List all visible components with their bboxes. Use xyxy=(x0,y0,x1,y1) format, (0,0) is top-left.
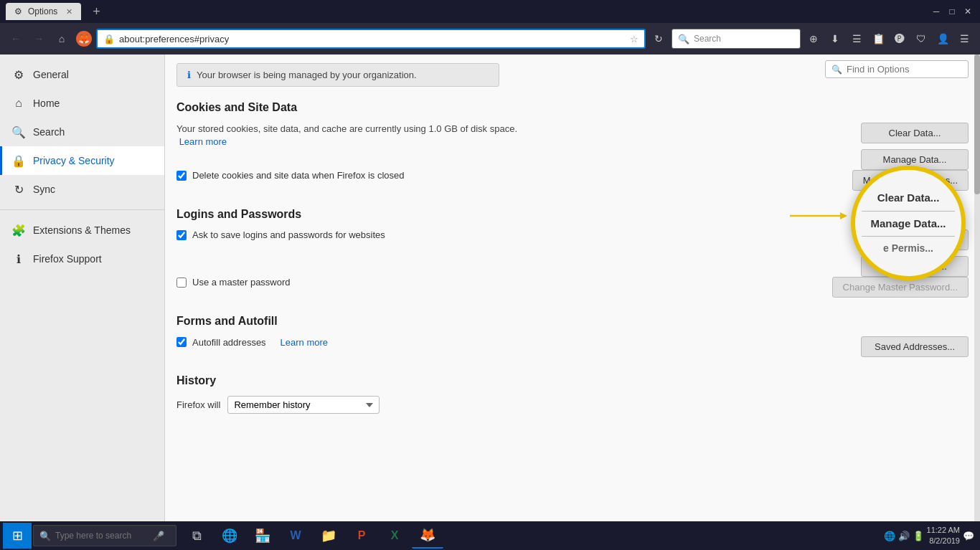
mic-icon: 🎤 xyxy=(153,531,164,541)
synced-tabs-icon-btn[interactable]: 📋 xyxy=(868,29,888,49)
home-button[interactable]: ⌂ xyxy=(52,29,72,49)
sidebar-label-support: Firefox Support xyxy=(33,253,102,265)
word-app[interactable]: W xyxy=(280,523,311,549)
find-icon: 🔍 xyxy=(831,65,842,75)
notification-icon[interactable]: 💬 xyxy=(963,531,974,541)
start-icon: ⊞ xyxy=(12,528,23,544)
taskbar-clock[interactable]: 11:22 AM 8/2/2019 xyxy=(927,525,960,547)
pocket-icon-btn[interactable]: 🅟 xyxy=(890,29,910,49)
url-text: about:preferences#privacy xyxy=(119,34,626,44)
maximize-button[interactable]: □ xyxy=(946,5,958,18)
managed-text: Your browser is being managed by your or… xyxy=(197,70,417,80)
bookmark-icon[interactable]: ☆ xyxy=(630,34,639,44)
sidebar-item-general[interactable]: ⚙ General xyxy=(0,60,164,89)
network-icon: 🌐 xyxy=(884,531,895,541)
account-icon-btn[interactable]: 👤 xyxy=(933,29,953,49)
sidebar-label-extensions: Extensions & Themes xyxy=(33,224,131,236)
search-icon: 🔍 xyxy=(678,34,689,44)
scrollbar-track[interactable] xyxy=(974,54,980,521)
sidebar-item-search[interactable]: 🔍 Search xyxy=(0,118,164,146)
logins-section: Logins and Passwords Ask to save logins … xyxy=(176,208,969,298)
clear-data-button[interactable]: Clear Data... xyxy=(861,123,969,143)
excel-app[interactable]: X xyxy=(379,523,410,549)
nav-icons: ⊕ ⬇ ☰ 📋 🅟 🛡 👤 ☰ xyxy=(804,29,974,49)
forms-section: Forms and Autofill Autofill addresses Le… xyxy=(176,315,969,357)
ask-logins-label: Ask to save logins and passwords for web… xyxy=(192,229,385,240)
edge-app[interactable]: 🌐 xyxy=(214,523,245,549)
navigation-bar: ← → ⌂ 🦊 🔒 about:preferences#privacy ☆ ↻ … xyxy=(0,23,980,54)
search-bar[interactable]: 🔍 Search xyxy=(672,29,801,49)
taskbar-search-input[interactable] xyxy=(55,531,149,541)
cookies-learn-more[interactable]: Learn more xyxy=(179,136,227,147)
cookies-description-row: Your stored cookies, site data, and cach… xyxy=(176,123,969,170)
sidebar-label-search: Search xyxy=(33,126,65,138)
extensions-icon: 🧩 xyxy=(11,223,26,237)
sidebar-label-home: Home xyxy=(33,98,60,109)
search-placeholder: Search xyxy=(694,34,721,44)
downloads-icon-btn[interactable]: ⬇ xyxy=(825,29,845,49)
master-password-row: Use a master password Change Master Pass… xyxy=(176,277,969,298)
volume-icon: 🔊 xyxy=(898,531,910,541)
forward-icon: → xyxy=(34,33,44,44)
search-nav-icon: 🔍 xyxy=(11,125,26,139)
delete-cookies-row: Delete cookies and site data when Firefo… xyxy=(176,170,969,191)
refresh-button[interactable]: ↻ xyxy=(649,29,669,49)
sidebar-item-privacy[interactable]: 🔒 Privacy & Security xyxy=(0,146,164,175)
firefox-will-label: Firefox will xyxy=(176,399,220,410)
taskbar-search-bar[interactable]: 🔍 🎤 xyxy=(33,525,176,546)
forward-button[interactable]: → xyxy=(29,29,49,49)
privacy-icon: 🔒 xyxy=(11,153,26,168)
tab-close-icon[interactable]: ✕ xyxy=(66,7,72,16)
sync-icon: ↻ xyxy=(11,182,26,196)
library-icon-btn[interactable]: ☰ xyxy=(847,29,867,49)
tab-title: Options xyxy=(28,6,57,16)
url-bar[interactable]: 🔒 about:preferences#privacy ☆ xyxy=(96,29,646,49)
close-button[interactable]: ✕ xyxy=(961,5,974,18)
vpn-icon-btn[interactable]: 🛡 xyxy=(911,29,931,49)
autofill-label: Autofill addresses xyxy=(192,337,266,348)
autofill-learn-more[interactable]: Learn more xyxy=(281,337,328,348)
scrollbar-thumb[interactable] xyxy=(974,54,980,194)
browser-tab[interactable]: ⚙ Options ✕ xyxy=(6,3,81,20)
sidebar-item-extensions[interactable]: 🧩 Extensions & Themes xyxy=(0,216,164,245)
saved-addresses-button[interactable]: Saved Addresses... xyxy=(861,336,969,357)
battery-icon: 🔋 xyxy=(913,531,924,541)
new-tab-button[interactable]: + xyxy=(87,4,106,19)
sidebar-label-sync: Sync xyxy=(33,184,55,195)
powerpoint-app[interactable]: P xyxy=(346,523,377,549)
taskview-button[interactable]: ⧉ xyxy=(181,523,212,549)
firefox-app[interactable]: 🦊 xyxy=(412,523,443,549)
sidebar-item-sync[interactable]: ↻ Sync xyxy=(0,175,164,204)
autofill-checkbox[interactable] xyxy=(176,337,187,347)
master-left: Use a master password xyxy=(176,277,832,295)
sidebar-label-privacy: Privacy & Security xyxy=(33,155,115,166)
content-area: ℹ Your browser is being managed by your … xyxy=(165,54,980,521)
logins-left: Ask to save logins and passwords for web… xyxy=(176,229,861,247)
saved-addresses-col: Saved Addresses... xyxy=(861,336,969,357)
find-options-input[interactable] xyxy=(847,64,954,75)
window-controls: ─ □ ✕ xyxy=(930,5,974,18)
autofill-left: Autofill addresses Learn more xyxy=(176,336,861,355)
extensions-icon-btn[interactable]: ⊕ xyxy=(804,29,824,49)
delete-cookies-checkbox[interactable] xyxy=(176,171,187,181)
ask-logins-checkbox[interactable] xyxy=(176,230,187,240)
sidebar-item-home[interactable]: ⌂ Home xyxy=(0,89,164,118)
fileexplorer-app[interactable]: 📁 xyxy=(313,523,344,549)
menu-button[interactable]: ☰ xyxy=(954,29,974,49)
taskbar-apps: ⧉ 🌐 🏪 W 📁 P X 🦊 xyxy=(181,523,443,549)
sidebar-item-support[interactable]: ℹ Firefox Support xyxy=(0,245,164,273)
minimize-button[interactable]: ─ xyxy=(930,5,943,18)
store-app[interactable]: 🏪 xyxy=(247,523,278,549)
general-icon: ⚙ xyxy=(11,67,26,82)
master-password-checkbox[interactable] xyxy=(176,278,187,288)
logins-section-title: Logins and Passwords xyxy=(176,208,969,221)
delete-cookies-label: Delete cookies and site data when Firefo… xyxy=(192,170,405,181)
forms-section-title: Forms and Autofill xyxy=(176,315,969,328)
history-dropdown[interactable]: Remember history Never remember history … xyxy=(227,396,380,414)
master-password-label: Use a master password xyxy=(192,277,291,288)
back-button[interactable]: ← xyxy=(6,29,26,49)
title-bar: ⚙ Options ✕ + ─ □ ✕ xyxy=(0,0,980,23)
start-button[interactable]: ⊞ xyxy=(3,523,32,549)
taskbar-tray: 🌐 🔊 🔋 11:22 AM 8/2/2019 💬 xyxy=(884,525,977,547)
delete-cookies-checkbox-row: Delete cookies and site data when Firefo… xyxy=(176,170,852,181)
